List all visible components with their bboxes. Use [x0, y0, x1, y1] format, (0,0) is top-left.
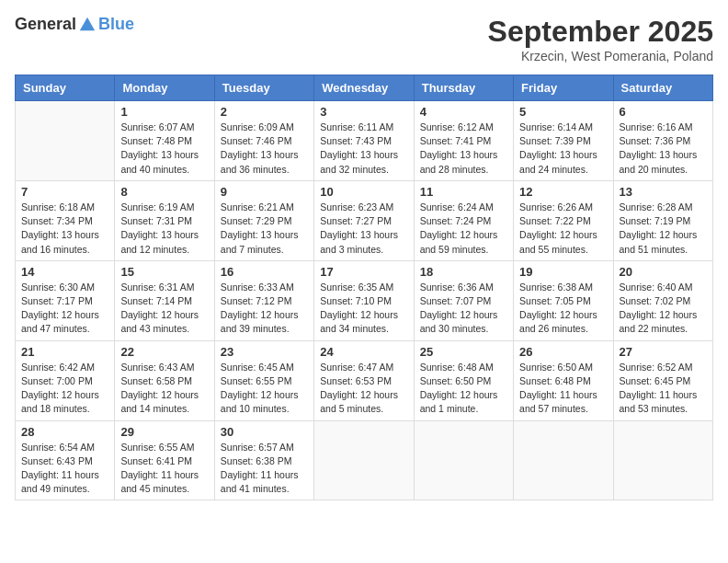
calendar-cell: 28Sunrise: 6:54 AM Sunset: 6:43 PM Dayli…: [16, 420, 115, 500]
svg-marker-0: [80, 17, 95, 30]
calendar-cell: 18Sunrise: 6:36 AM Sunset: 7:07 PM Dayli…: [414, 260, 513, 340]
day-number: 20: [620, 265, 707, 279]
calendar-cell: [16, 101, 115, 181]
calendar-cell: 27Sunrise: 6:52 AM Sunset: 6:45 PM Dayli…: [613, 340, 712, 420]
day-number: 25: [420, 345, 507, 359]
day-number: 14: [21, 265, 108, 279]
day-info: Sunrise: 6:24 AM Sunset: 7:24 PM Dayligh…: [420, 201, 507, 257]
day-info: Sunrise: 6:18 AM Sunset: 7:34 PM Dayligh…: [21, 201, 108, 257]
day-info: Sunrise: 6:57 AM Sunset: 6:38 PM Dayligh…: [221, 441, 308, 497]
day-number: 18: [420, 265, 507, 279]
calendar-cell: [514, 420, 613, 500]
day-info: Sunrise: 6:33 AM Sunset: 7:12 PM Dayligh…: [221, 281, 308, 337]
day-info: Sunrise: 6:40 AM Sunset: 7:02 PM Dayligh…: [620, 281, 707, 337]
day-info: Sunrise: 6:16 AM Sunset: 7:36 PM Dayligh…: [620, 121, 707, 177]
week-row-5: 28Sunrise: 6:54 AM Sunset: 6:43 PM Dayli…: [16, 420, 713, 500]
calendar-cell: 8Sunrise: 6:19 AM Sunset: 7:31 PM Daylig…: [115, 180, 214, 260]
day-info: Sunrise: 6:21 AM Sunset: 7:29 PM Dayligh…: [221, 201, 308, 257]
day-info: Sunrise: 6:36 AM Sunset: 7:07 PM Dayligh…: [420, 281, 507, 337]
page-header: General Blue September 2025 Krzecin, Wes…: [15, 15, 713, 63]
calendar-cell: 12Sunrise: 6:26 AM Sunset: 7:22 PM Dayli…: [514, 180, 613, 260]
day-header-monday: Monday: [115, 75, 214, 101]
calendar-table: SundayMondayTuesdayWednesdayThursdayFrid…: [15, 75, 713, 500]
calendar-cell: 11Sunrise: 6:24 AM Sunset: 7:24 PM Dayli…: [414, 180, 513, 260]
day-info: Sunrise: 6:43 AM Sunset: 6:58 PM Dayligh…: [120, 361, 208, 417]
day-info: Sunrise: 6:11 AM Sunset: 7:43 PM Dayligh…: [320, 121, 407, 177]
day-number: 13: [620, 185, 707, 199]
day-info: Sunrise: 6:55 AM Sunset: 6:41 PM Dayligh…: [120, 441, 208, 497]
day-number: 28: [21, 425, 108, 439]
day-info: Sunrise: 6:07 AM Sunset: 7:48 PM Dayligh…: [120, 121, 208, 177]
day-number: 16: [221, 265, 308, 279]
month-title: September 2025: [488, 15, 713, 49]
day-info: Sunrise: 6:09 AM Sunset: 7:46 PM Dayligh…: [221, 121, 308, 177]
week-row-2: 7Sunrise: 6:18 AM Sunset: 7:34 PM Daylig…: [16, 180, 713, 260]
calendar-cell: 4Sunrise: 6:12 AM Sunset: 7:41 PM Daylig…: [414, 101, 513, 181]
day-header-saturday: Saturday: [613, 75, 712, 101]
calendar-cell: 14Sunrise: 6:30 AM Sunset: 7:17 PM Dayli…: [16, 260, 115, 340]
day-number: 5: [519, 105, 607, 119]
week-row-3: 14Sunrise: 6:30 AM Sunset: 7:17 PM Dayli…: [16, 260, 713, 340]
calendar-cell: 15Sunrise: 6:31 AM Sunset: 7:14 PM Dayli…: [115, 260, 214, 340]
day-info: Sunrise: 6:23 AM Sunset: 7:27 PM Dayligh…: [320, 201, 407, 257]
day-info: Sunrise: 6:30 AM Sunset: 7:17 PM Dayligh…: [21, 281, 108, 337]
day-number: 21: [21, 345, 108, 359]
calendar-cell: 10Sunrise: 6:23 AM Sunset: 7:27 PM Dayli…: [314, 180, 414, 260]
day-number: 30: [221, 425, 308, 439]
day-info: Sunrise: 6:54 AM Sunset: 6:43 PM Dayligh…: [21, 441, 108, 497]
calendar-cell: 17Sunrise: 6:35 AM Sunset: 7:10 PM Dayli…: [314, 260, 414, 340]
day-info: Sunrise: 6:52 AM Sunset: 6:45 PM Dayligh…: [620, 361, 707, 417]
day-header-sunday: Sunday: [16, 75, 115, 101]
day-number: 9: [221, 185, 308, 199]
day-info: Sunrise: 6:50 AM Sunset: 6:48 PM Dayligh…: [519, 361, 607, 417]
calendar-cell: 24Sunrise: 6:47 AM Sunset: 6:53 PM Dayli…: [314, 340, 414, 420]
calendar-cell: 7Sunrise: 6:18 AM Sunset: 7:34 PM Daylig…: [16, 180, 115, 260]
day-number: 2: [221, 105, 308, 119]
calendar-cell: 16Sunrise: 6:33 AM Sunset: 7:12 PM Dayli…: [214, 260, 313, 340]
week-row-4: 21Sunrise: 6:42 AM Sunset: 7:00 PM Dayli…: [16, 340, 713, 420]
calendar-cell: [314, 420, 414, 500]
day-info: Sunrise: 6:19 AM Sunset: 7:31 PM Dayligh…: [120, 201, 208, 257]
logo-general-text: General: [15, 15, 76, 34]
day-number: 3: [320, 105, 407, 119]
day-header-friday: Friday: [514, 75, 613, 101]
day-info: Sunrise: 6:14 AM Sunset: 7:39 PM Dayligh…: [519, 121, 607, 177]
calendar-cell: 9Sunrise: 6:21 AM Sunset: 7:29 PM Daylig…: [214, 180, 313, 260]
day-info: Sunrise: 6:31 AM Sunset: 7:14 PM Dayligh…: [120, 281, 208, 337]
title-block: September 2025 Krzecin, West Pomerania, …: [488, 15, 713, 63]
calendar-cell: 23Sunrise: 6:45 AM Sunset: 6:55 PM Dayli…: [214, 340, 313, 420]
calendar-cell: 13Sunrise: 6:28 AM Sunset: 7:19 PM Dayli…: [613, 180, 712, 260]
day-number: 12: [519, 185, 607, 199]
day-number: 15: [120, 265, 208, 279]
calendar-cell: [414, 420, 513, 500]
calendar-cell: 29Sunrise: 6:55 AM Sunset: 6:41 PM Dayli…: [115, 420, 214, 500]
day-info: Sunrise: 6:38 AM Sunset: 7:05 PM Dayligh…: [519, 281, 607, 337]
day-number: 6: [620, 105, 707, 119]
calendar-cell: 20Sunrise: 6:40 AM Sunset: 7:02 PM Dayli…: [613, 260, 712, 340]
calendar-cell: 6Sunrise: 6:16 AM Sunset: 7:36 PM Daylig…: [613, 101, 712, 181]
logo: General Blue: [15, 15, 134, 34]
day-number: 26: [519, 345, 607, 359]
calendar-cell: 2Sunrise: 6:09 AM Sunset: 7:46 PM Daylig…: [214, 101, 313, 181]
day-info: Sunrise: 6:26 AM Sunset: 7:22 PM Dayligh…: [519, 201, 607, 257]
logo-blue-text: Blue: [98, 15, 134, 34]
day-header-tuesday: Tuesday: [214, 75, 313, 101]
day-header-wednesday: Wednesday: [314, 75, 414, 101]
day-number: 1: [120, 105, 208, 119]
day-info: Sunrise: 6:35 AM Sunset: 7:10 PM Dayligh…: [320, 281, 407, 337]
week-row-1: 1Sunrise: 6:07 AM Sunset: 7:48 PM Daylig…: [16, 101, 713, 181]
calendar-header-row: SundayMondayTuesdayWednesdayThursdayFrid…: [16, 75, 713, 101]
day-info: Sunrise: 6:47 AM Sunset: 6:53 PM Dayligh…: [320, 361, 407, 417]
day-number: 7: [21, 185, 108, 199]
day-info: Sunrise: 6:28 AM Sunset: 7:19 PM Dayligh…: [620, 201, 707, 257]
day-number: 11: [420, 185, 507, 199]
location-title: Krzecin, West Pomerania, Poland: [488, 49, 713, 63]
logo-icon: [78, 16, 97, 34]
day-info: Sunrise: 6:48 AM Sunset: 6:50 PM Dayligh…: [420, 361, 507, 417]
day-number: 22: [120, 345, 208, 359]
day-number: 24: [320, 345, 407, 359]
day-info: Sunrise: 6:45 AM Sunset: 6:55 PM Dayligh…: [221, 361, 308, 417]
calendar-cell: 3Sunrise: 6:11 AM Sunset: 7:43 PM Daylig…: [314, 101, 414, 181]
day-info: Sunrise: 6:42 AM Sunset: 7:00 PM Dayligh…: [21, 361, 108, 417]
calendar-cell: [613, 420, 712, 500]
